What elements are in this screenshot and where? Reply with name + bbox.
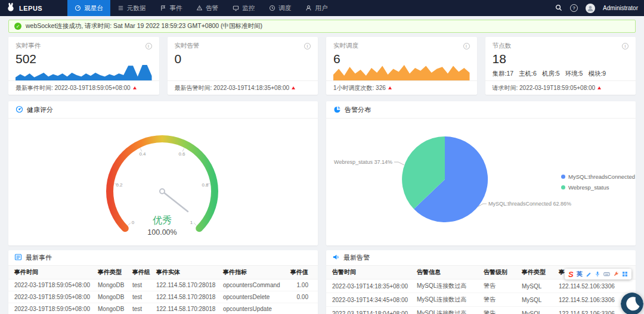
- node-meta-item: 集群:17: [493, 70, 514, 77]
- banner-message: webSocket连接成功, 请求时间: Sat Mar 19 2022 18:…: [26, 22, 262, 30]
- table-row: 2022-03-19T14:18:04+08:00MySQL连接数过高警告MyS…: [326, 307, 636, 314]
- stat-card-node-count: 节点数 i 18 集群:17主机:6机房:5环境:5模块:9 请求时间: 202…: [485, 37, 636, 95]
- nav-item-dashboard[interactable]: 观星台: [67, 0, 110, 16]
- info-icon[interactable]: i: [463, 43, 470, 49]
- caret-up-icon: [133, 86, 137, 89]
- current-user-name[interactable]: Administrator: [603, 5, 638, 11]
- column-header: 事件类型: [93, 266, 128, 279]
- table-cell: 122.114.58.170:28018: [151, 291, 218, 303]
- schedule-icon: [269, 5, 275, 11]
- pen-icon[interactable]: [586, 271, 592, 277]
- table-cell: 2022-03-19T18:59:05+08:00: [8, 303, 93, 314]
- main-menu: 观星台 元数据 事件 告警 监控 调度: [67, 0, 335, 16]
- table-cell: 2022-03-19T14:18:04+08:00: [326, 307, 412, 314]
- info-icon[interactable]: i: [145, 43, 152, 49]
- table-cell: opcountersCommand: [218, 279, 284, 291]
- list-icon: [14, 253, 22, 262]
- nav-item-metadata[interactable]: 元数据: [110, 0, 153, 16]
- table-cell: 0.00: [284, 291, 318, 303]
- user-icon: [305, 5, 312, 11]
- table-cell: test: [128, 279, 151, 291]
- stat-footer-text: 请求时间: 2022-03-19T18:59:05+08:00: [493, 84, 596, 92]
- ime-language-toggle[interactable]: 英: [577, 270, 583, 278]
- pie-label-webresp: Webresp_status 37.14%: [334, 159, 392, 165]
- table-cell: 2022-03-19T18:59:05+08:00: [8, 291, 93, 303]
- nav-item-monitor[interactable]: 监控: [225, 0, 262, 16]
- column-header: 告警信息: [412, 266, 479, 279]
- table-cell: MongoDB: [93, 291, 128, 303]
- toolbox-icon[interactable]: [613, 271, 619, 277]
- table-cell: 1.00: [284, 279, 318, 291]
- lepus-rabbit-logo: [6, 2, 16, 14]
- column-header: 事件类型: [517, 266, 554, 279]
- table-cell: MySQL连接数过高: [412, 307, 479, 314]
- gauge-icon: [16, 105, 23, 114]
- help-icon[interactable]: ?: [570, 4, 578, 12]
- info-icon[interactable]: i: [622, 43, 628, 49]
- nav-label: 用户: [315, 4, 327, 13]
- nav-label: 事件: [169, 4, 182, 13]
- pie-icon: [333, 105, 341, 114]
- nav-item-events[interactable]: 事件: [153, 0, 189, 16]
- table-cell: MongoDB: [93, 279, 128, 291]
- event-icon: [160, 5, 166, 11]
- stat-title: 节点数: [493, 42, 512, 50]
- panel-header: 最新告警: [326, 250, 636, 266]
- svg-text:0.6: 0.6: [178, 151, 185, 157]
- stat-footer: 最新告警时间: 2022-03-19T14:18:35+08:00: [168, 80, 318, 95]
- panel-title: 健康评分: [27, 105, 53, 114]
- table-header-row: 事件时间事件类型事件组事件实体事件指标事件值: [8, 266, 318, 279]
- legend-label: Webresp_status: [568, 184, 609, 191]
- nav-label: 监控: [242, 4, 255, 13]
- table-cell: 2022-03-19T18:59:05+08:00: [8, 279, 93, 291]
- column-header: 事件指标: [218, 266, 284, 279]
- table-cell: [284, 303, 318, 314]
- brand[interactable]: LEPUS: [6, 2, 42, 14]
- panel-header: 告警分布: [326, 101, 636, 119]
- health-score-panel: 健康评分 0: [8, 101, 318, 245]
- gauge-pivot: [160, 189, 165, 194]
- health-gauge-chart: 0 0.2 0.4 0.6 0.8 1 优秀 100.00%: [8, 119, 318, 245]
- column-header: 事件实体: [151, 266, 218, 279]
- nav-item-users[interactable]: 用户: [298, 0, 335, 16]
- keyboard-icon[interactable]: [603, 271, 610, 277]
- mic-icon[interactable]: [595, 271, 600, 277]
- avatar[interactable]: [586, 4, 595, 13]
- legend-label: MySQL:threadsConnected: [568, 173, 635, 180]
- info-icon[interactable]: i: [304, 43, 311, 49]
- nav-item-alerts[interactable]: 告警: [189, 0, 225, 16]
- legend-item-webresp[interactable]: Webresp_status: [561, 184, 635, 191]
- svg-text:1: 1: [190, 220, 193, 225]
- latest-events-panel: 最新事件 事件时间事件类型事件组事件实体事件指标事件值 2022-03-19T1…: [8, 250, 318, 314]
- table-cell: 警告: [479, 293, 517, 307]
- column-header: 告警时间: [326, 266, 412, 279]
- tables-row: 最新事件 事件时间事件类型事件组事件实体事件指标事件值 2022-03-19T1…: [8, 250, 636, 314]
- gauge-grade-label: 优秀: [153, 215, 172, 225]
- table-cell: MySQL: [517, 307, 554, 314]
- table-cell: MySQL: [517, 279, 554, 293]
- sogou-logo[interactable]: S: [568, 271, 574, 278]
- latest-events-table: 事件时间事件类型事件组事件实体事件指标事件值 2022-03-19T18:59:…: [8, 266, 318, 314]
- grid-icon[interactable]: [622, 271, 628, 277]
- column-header: 事件组: [128, 266, 151, 279]
- websocket-status-banner: ✓ webSocket连接成功, 请求时间: Sat Mar 19 2022 1…: [8, 20, 636, 33]
- stat-card-realtime-schedule: 实时调度 i 6 1小时调度次数: 326: [326, 37, 477, 95]
- svg-text:0.4: 0.4: [139, 151, 146, 157]
- stat-value: 18: [493, 52, 629, 66]
- nav-item-schedule[interactable]: 调度: [262, 0, 298, 16]
- stat-card-realtime-alerts: 实时告警 i 0 最新告警时间: 2022-03-19T14:18:35+08:…: [168, 37, 318, 95]
- table-row: 2022-03-19T18:59:05+08:00MongoDBtest122.…: [8, 291, 318, 303]
- floating-assistant-button[interactable]: [621, 293, 643, 314]
- stat-footer-text: 1小时调度次数: 326: [333, 84, 386, 92]
- schedule-sparkline-chart: [333, 64, 470, 80]
- stat-footer: 1小时调度次数: 326: [326, 80, 477, 95]
- search-icon[interactable]: [555, 3, 562, 14]
- metadata-icon: [117, 5, 124, 11]
- table-row: 2022-03-19T18:59:05+08:00MongoDBtest122.…: [8, 279, 318, 291]
- panel-header: 健康评分: [8, 101, 318, 119]
- gauge-needle: [162, 191, 188, 212]
- charts-row: 健康评分 0: [8, 101, 636, 245]
- stat-footer-text: 最新告警时间: 2022-03-19T14:18:35+08:00: [175, 84, 290, 92]
- table-cell: MySQL: [517, 293, 554, 307]
- legend-item-mysql-threads[interactable]: MySQL:threadsConnected: [561, 173, 635, 180]
